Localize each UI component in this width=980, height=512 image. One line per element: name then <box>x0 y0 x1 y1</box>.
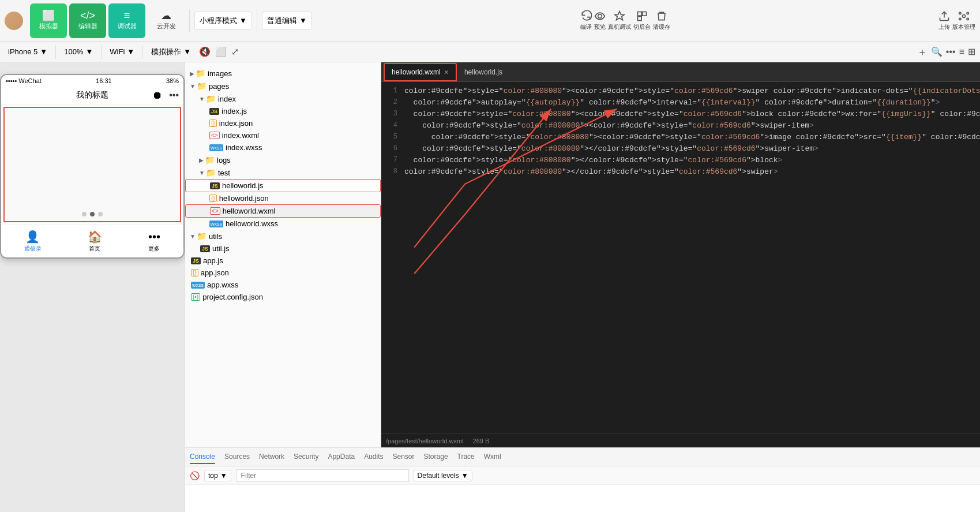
editor-tab-0[interactable]: helloworld.wxml× <box>384 63 457 81</box>
realdevice-icon <box>614 10 625 22</box>
bottom-tab-console[interactable]: Console <box>190 450 215 464</box>
network-label: WiFi <box>110 47 125 56</box>
top-dropdown[interactable]: top ▼ <box>204 470 231 481</box>
tree-item-label: test <box>218 169 230 177</box>
tree-arrow: ▼ <box>190 233 196 240</box>
more-icon[interactable]: ••• <box>946 47 956 57</box>
tree-item[interactable]: wxssindex.wxss <box>185 141 381 154</box>
preview-button[interactable]: 预览 <box>594 10 606 31</box>
tab-label: helloworld.wxml <box>392 68 441 76</box>
tree-item[interactable]: ▶ 📁images <box>185 67 381 80</box>
mute-icon[interactable]: 🔇 <box>199 46 211 57</box>
tree-item[interactable]: (•)project.config.json <box>185 291 381 303</box>
cloud-button[interactable]: ☁ 云开发 <box>148 3 185 38</box>
filter-input[interactable] <box>236 469 409 482</box>
add-icon[interactable]: ＋ <box>917 45 928 59</box>
line-content[interactable]: color:#9cdcfe">style="color:#808080"><co… <box>404 87 980 98</box>
tree-item[interactable]: wxsshelloworld.wxss <box>185 218 381 230</box>
realdevice-button[interactable]: 真机调试 <box>608 10 631 31</box>
bottom-tab-storage[interactable]: Storage <box>424 450 448 464</box>
status-size: 269 B <box>473 438 490 444</box>
bottom-tab-security[interactable]: Security <box>294 450 318 464</box>
layout-icon[interactable]: ⬜ <box>215 46 227 57</box>
tree-item[interactable]: ▼ 📁test <box>185 166 381 179</box>
device-select[interactable]: iPhone 5 ▼ <box>5 46 51 57</box>
clearcache-icon <box>656 10 667 22</box>
translate-select[interactable]: 普通编辑 ▼ <box>262 12 312 30</box>
tree-item[interactable]: JSindex.js <box>185 105 381 117</box>
zoom-select[interactable]: 100% ▼ <box>61 46 96 57</box>
json-icon: {} <box>209 195 217 202</box>
wxml-icon: <> <box>210 207 220 215</box>
bottom-tabs: ConsoleSourcesNetworkSecurityAppDataAudi… <box>185 448 980 466</box>
version-button[interactable]: 版本管理 <box>952 10 975 31</box>
tree-item-label: logs <box>217 156 231 165</box>
search-icon[interactable]: 🔍 <box>931 46 943 57</box>
clearcache-button[interactable]: 清缓存 <box>653 10 670 31</box>
mode-select[interactable]: 小程序模式 ▼ <box>194 12 252 30</box>
bottom-tab-wxml[interactable]: Wxml <box>484 450 501 464</box>
main-layout: ••••• WeChat 16:31 38% 我的标题 ••• ⏺ 👤 通 <box>0 62 980 512</box>
sort-icon[interactable]: ≡ <box>959 47 964 57</box>
status-bar: /pages/test/helloworld.wxml 269 B <box>381 433 980 447</box>
nav-home[interactable]: 🏠 首页 <box>88 230 102 253</box>
switchback-button[interactable]: 切后台 <box>633 10 651 31</box>
tree-item[interactable]: JShelloworld.js <box>185 179 381 192</box>
line-content[interactable]: color:#9cdcfe">style="color:#808080"><co… <box>404 121 980 133</box>
nav-more[interactable]: ••• 更多 <box>148 230 160 253</box>
refresh-button[interactable]: 编译 <box>580 10 592 31</box>
bottom-tab-sensor[interactable]: Sensor <box>393 450 415 464</box>
tree-item[interactable]: {}helloworld.json <box>185 192 381 204</box>
tree-item[interactable]: JSutil.js <box>185 242 381 255</box>
upload-button[interactable]: 上传 <box>938 10 950 31</box>
layout2-icon[interactable]: ⊞ <box>968 46 975 57</box>
line-number: 1 <box>381 87 404 98</box>
rotate-icon[interactable]: ⤢ <box>231 46 239 57</box>
nav-home-label: 首页 <box>89 245 100 253</box>
line-number: 6 <box>381 144 404 156</box>
dot-3 <box>98 212 103 216</box>
bottom-tab-audits[interactable]: Audits <box>364 450 383 464</box>
bottom-tab-sources[interactable]: Sources <box>224 450 250 464</box>
editor-tab-1[interactable]: helloworld.js <box>457 63 510 81</box>
tree-item[interactable]: <>helloworld.wxml <box>185 204 381 218</box>
tree-item[interactable]: {}app.json <box>185 267 381 279</box>
line-content[interactable]: color:#9cdcfe">style="color:#808080"><co… <box>404 133 980 144</box>
bottom-tab-appdata[interactable]: AppData <box>328 450 355 464</box>
tree-item[interactable]: wxssapp.wxss <box>185 279 381 291</box>
bottom-panel: ConsoleSourcesNetworkSecurityAppDataAudi… <box>185 447 980 512</box>
nav-contacts[interactable]: 👤 通信录 <box>24 230 42 253</box>
tree-item[interactable]: ▶ 📁logs <box>185 154 381 166</box>
tree-item[interactable]: JSapp.js <box>185 255 381 267</box>
line-content[interactable]: color:#9cdcfe">style="color:#808080"></c… <box>404 167 980 179</box>
line-content[interactable]: color:#9cdcfe">autoplay="{{autoplay}}" c… <box>404 98 980 110</box>
tree-item-label: index.js <box>221 107 247 115</box>
editor-button[interactable]: </> 编辑器 <box>69 3 106 38</box>
debugger-button[interactable]: ≡ 调试器 <box>108 3 145 38</box>
dot-1 <box>82 212 87 216</box>
tree-item[interactable]: ▼ 📁index <box>185 92 381 105</box>
tree-item[interactable]: <>index.wxml <box>185 129 381 141</box>
code-line: 2 color:#9cdcfe">autoplay="{{autoplay}}"… <box>381 98 980 110</box>
divider4 <box>101 45 102 59</box>
bottom-tab-network[interactable]: Network <box>259 450 284 464</box>
version-icon <box>958 10 970 22</box>
tree-item[interactable]: {}index.json <box>185 117 381 129</box>
line-content[interactable]: color:#9cdcfe">style="color:#808080"><co… <box>404 110 980 121</box>
levels-dropdown[interactable]: Default levels ▼ <box>414 470 472 481</box>
tree-item-label: helloworld.wxml <box>223 207 276 215</box>
simulator-button[interactable]: ⬜ 模拟器 <box>30 3 67 38</box>
phone-menu-icon[interactable]: ••• <box>169 90 179 100</box>
bottom-tab-trace[interactable]: Trace <box>457 450 475 464</box>
avatar <box>5 12 23 30</box>
network-select[interactable]: WiFi ▼ <box>106 46 138 57</box>
tree-item[interactable]: ▼ 📁utils <box>185 230 381 242</box>
tree-item-label: util.js <box>212 244 230 253</box>
line-content[interactable]: color:#9cdcfe">style="color:#808080"></c… <box>404 156 980 167</box>
ops-select[interactable]: 模拟操作 ▼ <box>148 46 194 58</box>
tab-close[interactable]: × <box>444 68 449 77</box>
line-number: 3 <box>381 110 404 121</box>
tree-item[interactable]: ▼ 📁pages <box>185 80 381 92</box>
record-icon[interactable]: ⏺ <box>152 89 163 102</box>
line-content[interactable]: color:#9cdcfe">style="color:#808080"></c… <box>404 144 980 156</box>
